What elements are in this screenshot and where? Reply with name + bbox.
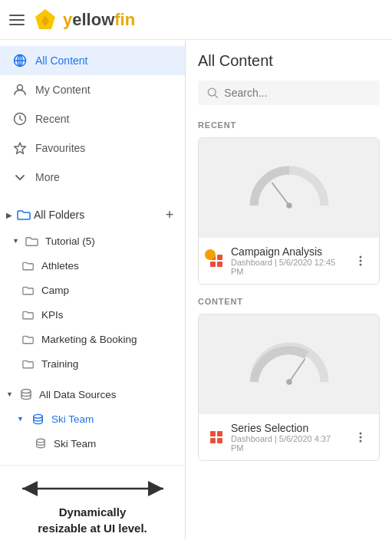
card-name-campaign: Campaign Analysis bbox=[231, 245, 345, 258]
pin-badge-campaign bbox=[205, 249, 216, 260]
card-info-campaign: Campaign Analysis Dashboard | 5/6/2020 1… bbox=[231, 245, 345, 276]
svg-line-15 bbox=[215, 95, 217, 97]
svg-point-11 bbox=[34, 414, 42, 418]
card-meta-campaign: Dashboard | 5/6/2020 12:45 PM bbox=[231, 258, 345, 276]
card-icon-wrapper-campaign bbox=[208, 252, 225, 269]
folder-camp-icon bbox=[21, 283, 35, 297]
ski-team-label: Ski Team bbox=[51, 413, 94, 425]
folder-athletes[interactable]: Athletes bbox=[0, 253, 185, 278]
star-icon bbox=[12, 140, 28, 156]
nav-section: All Content My Content bbox=[0, 40, 185, 198]
add-folder-button[interactable]: + bbox=[162, 207, 177, 222]
logo: yellowfin bbox=[34, 8, 135, 32]
globe-icon bbox=[12, 53, 28, 68]
clock-icon bbox=[12, 111, 28, 127]
all-data-sources-label: All Data Sources bbox=[39, 389, 117, 400]
svg-point-7 bbox=[18, 85, 23, 91]
sidebar-item-all-content[interactable]: All Content bbox=[0, 46, 185, 75]
folder-training[interactable]: Training bbox=[0, 351, 185, 376]
sidebar-item-recent[interactable]: Recent bbox=[0, 104, 185, 133]
folder-training-icon bbox=[21, 357, 35, 370]
sidebar-item-more[interactable]: More bbox=[0, 163, 185, 192]
card-menu-series[interactable] bbox=[351, 428, 370, 446]
svg-rect-29 bbox=[210, 438, 216, 443]
folder-kpis-icon bbox=[21, 308, 35, 321]
card-thumbnail-campaign bbox=[199, 138, 379, 238]
all-folders-label: All Folders bbox=[34, 209, 159, 221]
tutorial-chevron: ▼ bbox=[12, 237, 19, 245]
ski-team-parent[interactable]: ▼ Ski Team bbox=[0, 407, 185, 431]
training-label: Training bbox=[41, 358, 78, 370]
sidebar: All Content My Content bbox=[0, 40, 186, 540]
folder-expand-icon: ▶ bbox=[6, 211, 12, 219]
recent-section-label: RECENT bbox=[198, 120, 380, 130]
folder-kpis[interactable]: KPIs bbox=[0, 302, 185, 327]
card-menu-campaign[interactable] bbox=[351, 252, 370, 270]
more-label: More bbox=[35, 171, 60, 183]
favourites-label: Favourites bbox=[35, 142, 85, 154]
main-layout: All Content My Content bbox=[0, 40, 392, 540]
svg-rect-19 bbox=[217, 255, 222, 260]
card-campaign-analysis: Campaign Analysis Dashboard | 5/6/2020 1… bbox=[198, 137, 380, 285]
svg-marker-9 bbox=[15, 143, 26, 154]
logo-icon bbox=[34, 8, 57, 32]
svg-rect-28 bbox=[217, 431, 222, 436]
search-bar[interactable] bbox=[198, 81, 380, 105]
gauge-chart-series bbox=[247, 338, 331, 391]
svg-line-16 bbox=[272, 183, 289, 206]
folder-tutorial[interactable]: ▼ Tutorial (5) bbox=[0, 229, 185, 253]
chevron-down-icon bbox=[12, 170, 28, 185]
folders-section: ▶ All Folders + ▼ Tutorial (5) bbox=[0, 198, 185, 379]
datasource-expand-icon: ▼ bbox=[6, 390, 13, 398]
folder-camp[interactable]: Camp bbox=[0, 278, 185, 302]
svg-point-33 bbox=[360, 440, 362, 443]
svg-point-31 bbox=[360, 433, 362, 435]
svg-rect-30 bbox=[217, 438, 222, 443]
svg-point-10 bbox=[21, 390, 31, 393]
resize-arrow: Dynamicallyresizable at UI level. bbox=[8, 481, 177, 536]
svg-point-24 bbox=[360, 264, 362, 266]
camp-label: Camp bbox=[41, 285, 69, 296]
gauge-chart-campaign bbox=[247, 161, 331, 215]
logo-text: yellowfin bbox=[63, 10, 135, 30]
app-header: yellowfin bbox=[0, 0, 392, 40]
svg-rect-20 bbox=[210, 262, 216, 267]
data-sources-section: ▼ All Data Sources ▼ bbox=[0, 379, 185, 459]
svg-point-17 bbox=[286, 202, 292, 208]
card-footer-campaign: Campaign Analysis Dashboard | 5/6/2020 1… bbox=[199, 238, 379, 284]
marketing-label: Marketing & Booking bbox=[41, 334, 137, 345]
database-icon bbox=[19, 387, 33, 401]
svg-point-12 bbox=[37, 439, 45, 442]
database-ski-team-child-icon bbox=[34, 436, 48, 450]
svg-point-32 bbox=[360, 436, 362, 439]
all-data-sources[interactable]: ▼ All Data Sources bbox=[0, 382, 185, 407]
dashboard-icon-series bbox=[208, 429, 225, 446]
card-series-selection: Series Selection Dashboard | 5/6/2020 4:… bbox=[198, 314, 380, 461]
athletes-label: Athletes bbox=[41, 260, 79, 272]
search-icon bbox=[207, 87, 218, 99]
all-folders-header[interactable]: ▶ All Folders + bbox=[0, 201, 185, 229]
tutorial-label: Tutorial (5) bbox=[45, 235, 95, 247]
ski-team-expand-icon: ▼ bbox=[17, 415, 24, 423]
card-footer-series: Series Selection Dashboard | 5/6/2020 4:… bbox=[199, 414, 379, 460]
content-section-label: CONTENT bbox=[198, 297, 380, 306]
folder-open-icon bbox=[17, 208, 31, 222]
search-input[interactable] bbox=[224, 87, 371, 99]
ski-team-child-label: Ski Team bbox=[54, 438, 96, 449]
sidebar-item-my-content[interactable]: My Content bbox=[0, 75, 185, 104]
menu-button[interactable] bbox=[9, 15, 25, 25]
ski-team-child[interactable]: Ski Team bbox=[0, 431, 185, 456]
kpis-label: KPIs bbox=[41, 309, 64, 321]
folder-open-tutorial-icon bbox=[25, 234, 39, 248]
sidebar-item-favourites[interactable]: Favourites bbox=[0, 133, 185, 163]
svg-point-26 bbox=[286, 379, 292, 384]
content-area: All Content RECENT bbox=[186, 40, 392, 540]
user-icon bbox=[12, 82, 28, 97]
card-name-series: Series Selection bbox=[231, 422, 345, 434]
folder-marketing-icon bbox=[21, 332, 35, 346]
svg-point-22 bbox=[360, 256, 362, 258]
card-thumbnail-series bbox=[199, 314, 379, 414]
svg-point-14 bbox=[208, 88, 216, 96]
folder-marketing[interactable]: Marketing & Booking bbox=[0, 327, 185, 351]
card-info-series: Series Selection Dashboard | 5/6/2020 4:… bbox=[231, 422, 345, 453]
